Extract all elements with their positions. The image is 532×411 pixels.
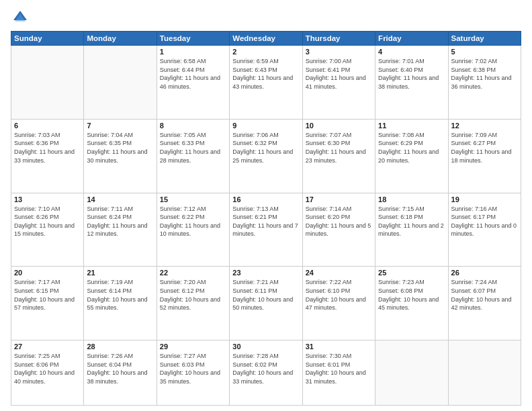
calendar-cell	[375, 340, 448, 406]
day-info: Sunrise: 7:24 AMSunset: 6:07 PMDaylight:…	[451, 278, 518, 312]
calendar-cell: 16Sunrise: 7:13 AMSunset: 6:21 PMDayligh…	[230, 193, 302, 267]
day-info: Sunrise: 7:21 AMSunset: 6:11 PMDaylight:…	[232, 278, 299, 312]
calendar-cell: 9Sunrise: 7:06 AMSunset: 6:32 PMDaylight…	[230, 119, 302, 193]
calendar-cell: 8Sunrise: 7:05 AMSunset: 6:33 PMDaylight…	[157, 119, 229, 193]
calendar-cell: 6Sunrise: 7:03 AMSunset: 6:36 PMDaylight…	[11, 119, 84, 193]
day-number: 12	[451, 122, 518, 130]
calendar-cell: 15Sunrise: 7:12 AMSunset: 6:22 PMDayligh…	[157, 193, 229, 267]
calendar-table: SundayMondayTuesdayWednesdayThursdayFrid…	[11, 31, 521, 406]
calendar-cell: 2Sunrise: 6:59 AMSunset: 6:43 PMDaylight…	[230, 46, 302, 120]
day-info: Sunrise: 7:10 AMSunset: 6:26 PMDaylight:…	[14, 205, 81, 238]
calendar-cell: 26Sunrise: 7:24 AMSunset: 6:07 PMDayligh…	[448, 267, 521, 340]
calendar-col-header: Wednesday	[230, 32, 302, 46]
calendar-cell: 17Sunrise: 7:14 AMSunset: 6:20 PMDayligh…	[302, 193, 375, 267]
day-info: Sunrise: 7:26 AMSunset: 6:04 PMDaylight:…	[87, 352, 153, 385]
calendar-cell: 30Sunrise: 7:28 AMSunset: 6:02 PMDayligh…	[230, 340, 302, 406]
day-info: Sunrise: 7:03 AMSunset: 6:36 PMDaylight:…	[14, 131, 81, 165]
calendar-cell: 5Sunrise: 7:02 AMSunset: 6:38 PMDaylight…	[448, 46, 521, 120]
day-info: Sunrise: 7:12 AMSunset: 6:22 PMDaylight:…	[160, 205, 226, 238]
day-number: 2	[232, 48, 299, 56]
day-number: 4	[378, 48, 445, 56]
header	[11, 8, 521, 27]
calendar-col-header: Thursday	[302, 32, 375, 46]
calendar-cell: 21Sunrise: 7:19 AMSunset: 6:14 PMDayligh…	[84, 267, 157, 340]
calendar-cell: 23Sunrise: 7:21 AMSunset: 6:11 PMDayligh…	[230, 267, 302, 340]
calendar-cell: 25Sunrise: 7:23 AMSunset: 6:08 PMDayligh…	[375, 267, 448, 340]
day-number: 25	[378, 269, 445, 277]
day-info: Sunrise: 7:00 AMSunset: 6:41 PMDaylight:…	[306, 57, 372, 91]
day-number: 27	[14, 342, 81, 351]
day-number: 21	[87, 269, 153, 277]
day-number: 22	[160, 269, 226, 277]
calendar-cell: 27Sunrise: 7:25 AMSunset: 6:06 PMDayligh…	[11, 340, 84, 406]
day-number: 14	[87, 195, 153, 203]
calendar-cell: 1Sunrise: 6:58 AMSunset: 6:44 PMDaylight…	[157, 46, 229, 120]
day-number: 19	[451, 195, 518, 203]
day-number: 5	[451, 48, 518, 56]
day-info: Sunrise: 6:59 AMSunset: 6:43 PMDaylight:…	[232, 57, 299, 91]
calendar-week-row: 13Sunrise: 7:10 AMSunset: 6:26 PMDayligh…	[11, 193, 521, 267]
calendar-cell: 18Sunrise: 7:15 AMSunset: 6:18 PMDayligh…	[375, 193, 448, 267]
day-number: 23	[232, 269, 299, 277]
day-number: 18	[378, 195, 445, 203]
day-info: Sunrise: 7:27 AMSunset: 6:03 PMDaylight:…	[160, 352, 226, 385]
day-number: 15	[160, 195, 226, 203]
calendar-week-row: 1Sunrise: 6:58 AMSunset: 6:44 PMDaylight…	[11, 46, 521, 120]
calendar-cell: 12Sunrise: 7:09 AMSunset: 6:27 PMDayligh…	[448, 119, 521, 193]
day-info: Sunrise: 7:23 AMSunset: 6:08 PMDaylight:…	[378, 278, 445, 312]
calendar-cell: 10Sunrise: 7:07 AMSunset: 6:30 PMDayligh…	[302, 119, 375, 193]
day-number: 16	[232, 195, 299, 203]
calendar-cell: 7Sunrise: 7:04 AMSunset: 6:35 PMDaylight…	[84, 119, 157, 193]
calendar-col-header: Tuesday	[157, 32, 229, 46]
day-info: Sunrise: 7:22 AMSunset: 6:10 PMDaylight:…	[306, 278, 372, 312]
day-info: Sunrise: 7:25 AMSunset: 6:06 PMDaylight:…	[14, 352, 81, 385]
calendar-week-row: 6Sunrise: 7:03 AMSunset: 6:36 PMDaylight…	[11, 119, 521, 193]
day-info: Sunrise: 7:17 AMSunset: 6:15 PMDaylight:…	[14, 278, 81, 312]
day-number: 31	[306, 342, 372, 351]
day-info: Sunrise: 7:02 AMSunset: 6:38 PMDaylight:…	[451, 57, 518, 91]
day-number: 9	[232, 122, 299, 130]
day-number: 24	[306, 269, 372, 277]
day-info: Sunrise: 7:13 AMSunset: 6:21 PMDaylight:…	[232, 205, 299, 238]
day-info: Sunrise: 7:11 AMSunset: 6:24 PMDaylight:…	[87, 205, 153, 238]
calendar-cell: 29Sunrise: 7:27 AMSunset: 6:03 PMDayligh…	[157, 340, 229, 406]
logo	[11, 8, 32, 27]
calendar-cell: 31Sunrise: 7:30 AMSunset: 6:01 PMDayligh…	[302, 340, 375, 406]
day-number: 6	[14, 122, 81, 130]
calendar-week-row: 27Sunrise: 7:25 AMSunset: 6:06 PMDayligh…	[11, 340, 521, 406]
day-number: 26	[451, 269, 518, 277]
calendar-cell: 11Sunrise: 7:08 AMSunset: 6:29 PMDayligh…	[375, 119, 448, 193]
day-number: 28	[87, 342, 153, 351]
calendar-cell: 22Sunrise: 7:20 AMSunset: 6:12 PMDayligh…	[157, 267, 229, 340]
day-info: Sunrise: 7:01 AMSunset: 6:40 PMDaylight:…	[378, 57, 445, 91]
calendar-cell	[84, 46, 157, 120]
calendar-cell	[11, 46, 84, 120]
day-number: 17	[306, 195, 372, 203]
calendar-cell: 20Sunrise: 7:17 AMSunset: 6:15 PMDayligh…	[11, 267, 84, 340]
day-info: Sunrise: 7:09 AMSunset: 6:27 PMDaylight:…	[451, 131, 518, 165]
day-number: 1	[160, 48, 226, 56]
calendar-cell: 28Sunrise: 7:26 AMSunset: 6:04 PMDayligh…	[84, 340, 157, 406]
day-info: Sunrise: 7:04 AMSunset: 6:35 PMDaylight:…	[87, 131, 153, 165]
calendar-cell: 19Sunrise: 7:16 AMSunset: 6:17 PMDayligh…	[448, 193, 521, 267]
day-info: Sunrise: 7:30 AMSunset: 6:01 PMDaylight:…	[306, 352, 372, 385]
calendar-cell: 24Sunrise: 7:22 AMSunset: 6:10 PMDayligh…	[302, 267, 375, 340]
logo-icon	[11, 8, 30, 27]
day-number: 8	[160, 122, 226, 130]
day-number: 30	[232, 342, 299, 351]
day-info: Sunrise: 7:06 AMSunset: 6:32 PMDaylight:…	[232, 131, 299, 165]
day-info: Sunrise: 7:16 AMSunset: 6:17 PMDaylight:…	[451, 205, 518, 238]
day-number: 20	[14, 269, 81, 277]
day-number: 29	[160, 342, 226, 351]
day-info: Sunrise: 7:07 AMSunset: 6:30 PMDaylight:…	[306, 131, 372, 165]
day-info: Sunrise: 6:58 AMSunset: 6:44 PMDaylight:…	[160, 57, 226, 91]
calendar-week-row: 20Sunrise: 7:17 AMSunset: 6:15 PMDayligh…	[11, 267, 521, 340]
calendar-cell: 14Sunrise: 7:11 AMSunset: 6:24 PMDayligh…	[84, 193, 157, 267]
day-number: 13	[14, 195, 81, 203]
calendar-cell: 3Sunrise: 7:00 AMSunset: 6:41 PMDaylight…	[302, 46, 375, 120]
calendar-col-header: Saturday	[448, 32, 521, 46]
day-info: Sunrise: 7:14 AMSunset: 6:20 PMDaylight:…	[306, 205, 372, 238]
day-number: 11	[378, 122, 445, 130]
calendar-col-header: Sunday	[11, 32, 84, 46]
day-number: 10	[306, 122, 372, 130]
